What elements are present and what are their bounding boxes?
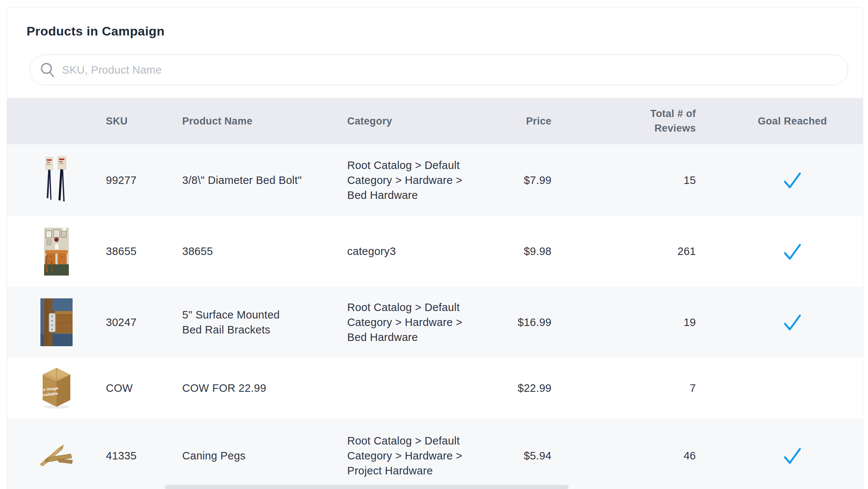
cell-price: $9.98 — [482, 244, 551, 259]
goal-reached-check-icon — [783, 171, 801, 190]
cell-sku: COW — [106, 381, 182, 396]
panel-header: Products in Campaign — [7, 7, 863, 39]
cell-category: category3 — [347, 244, 482, 259]
cell-category: Root Catalog > Default Category > Hardwa… — [347, 158, 482, 203]
header-category: Category — [347, 116, 482, 127]
product-image-no-image-box: No image available — [36, 367, 77, 409]
cell-sku: 41335 — [106, 448, 182, 463]
header-price: Price — [482, 116, 551, 127]
page-title: Products in Campaign — [27, 24, 843, 39]
cell-reviews: 19 — [551, 315, 696, 330]
table-row[interactable]: 41335 Caning Pegs Root Catalog > Default… — [7, 418, 863, 489]
cell-category: Root Catalog > Default Category > Hardwa… — [347, 300, 482, 345]
cell-category: Root Catalog > Default Category > Hardwa… — [347, 433, 482, 478]
product-image-bed-rail-bracket — [36, 298, 77, 346]
products-in-campaign-panel: Products in Campaign SKU Product Name Ca… — [7, 7, 863, 489]
cell-price: $22.99 — [482, 381, 551, 396]
product-search — [30, 55, 848, 85]
goal-reached-check-icon — [783, 313, 801, 332]
cell-product-name: COW FOR 22.99 — [182, 381, 347, 396]
cell-product-name: 5" Surface Mounted Bed Rail Brackets — [182, 307, 347, 337]
search-box[interactable] — [30, 55, 848, 85]
goal-reached-check-icon — [783, 446, 801, 465]
header-total-reviews: Total # of Reviews — [551, 107, 696, 136]
product-image-caning-pegs — [36, 443, 77, 468]
cell-reviews: 46 — [551, 448, 696, 463]
cell-product-name: Caning Pegs — [182, 448, 347, 463]
search-icon — [40, 61, 56, 79]
table-header-row: SKU Product Name Category Price Total # … — [7, 98, 863, 144]
cell-price: $7.99 — [482, 173, 551, 188]
header-goal-reached: Goal Reached — [696, 116, 863, 127]
cell-reviews: 261 — [551, 244, 696, 259]
search-input[interactable] — [56, 64, 848, 76]
horizontal-scrollbar-thumb[interactable] — [165, 485, 569, 489]
product-image-desk-room — [36, 228, 77, 276]
cell-sku: 99277 — [106, 173, 182, 188]
cell-price: $5.94 — [482, 448, 551, 463]
table-row[interactable]: 30247 5" Surface Mounted Bed Rail Bracke… — [7, 287, 863, 358]
cell-price: $16.99 — [482, 315, 551, 330]
cell-product-name: 3/8\" Diameter Bed Bolt" — [182, 173, 347, 188]
table-row[interactable]: No image available COW COW FOR 22.99 $22… — [7, 358, 863, 418]
products-table: SKU Product Name Category Price Total # … — [7, 98, 863, 489]
product-image-bed-bolt — [36, 156, 77, 204]
table-row[interactable]: 38655 38655 category3 $9.98 261 — [7, 216, 863, 287]
header-product-name: Product Name — [182, 116, 347, 127]
cell-reviews: 15 — [551, 173, 696, 188]
cell-sku: 30247 — [106, 315, 182, 330]
header-sku: SKU — [106, 116, 182, 127]
table-row[interactable]: 99277 3/8\" Diameter Bed Bolt" Root Cata… — [7, 144, 863, 216]
cell-sku: 38655 — [106, 244, 182, 259]
cell-reviews: 7 — [551, 381, 696, 396]
cell-product-name: 38655 — [182, 244, 347, 259]
goal-reached-check-icon — [783, 242, 801, 261]
